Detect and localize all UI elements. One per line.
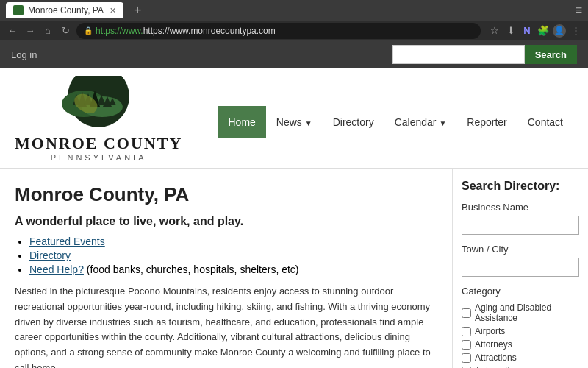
category-attractions-checkbox[interactable] [462, 353, 471, 363]
state-name: PENNSYLVANIA [51, 153, 147, 162]
category-attorneys-checkbox[interactable] [462, 340, 471, 350]
lock-icon: 🔒 [84, 26, 93, 35]
news-dropdown-arrow: ▼ [305, 119, 312, 127]
browser-controls: ← → ⌂ ↻ 🔒 https://www.https://www.monroe… [0, 21, 588, 40]
site-header: MONROE COUNTY PENNSYLVANIA Home News ▼ D… [0, 68, 588, 169]
content-area: Monroe County, PA A wonderful place to l… [0, 169, 452, 368]
description-text: Nestled in the picturesque Pocono Mounta… [15, 284, 437, 368]
quick-links: Featured Events Directory Need Help? (fo… [29, 236, 437, 275]
business-name-label: Business Name [462, 202, 579, 213]
tab-menu-icon[interactable]: ≡ [576, 4, 582, 17]
menu-icon[interactable]: ⋮ [569, 25, 582, 36]
search-input[interactable] [392, 45, 525, 64]
search-button[interactable]: Search [525, 45, 577, 64]
town-city-label: Town / City [462, 244, 579, 255]
browser-chrome: Monroe County, PA ✕ + ≡ ← → ⌂ ↻ 🔒 https:… [0, 0, 588, 40]
login-link[interactable]: Log in [11, 49, 37, 60]
nav-link-directory[interactable]: Directory [323, 106, 384, 138]
featured-events-link[interactable]: Featured Events [29, 236, 105, 247]
tab-close-button[interactable]: ✕ [110, 6, 116, 15]
category-aging: Aging and Disabled Assistance [462, 302, 579, 323]
calendar-dropdown-arrow: ▼ [439, 119, 446, 127]
nav-item-home: Home [218, 106, 265, 138]
url-bar[interactable]: 🔒 https://www.https://www.monroecountypa… [76, 23, 481, 39]
nav-item-reporter: Reporter [456, 106, 517, 138]
browser-extras: ☆ ⬇ N 🧩 👤 ⋮ [488, 24, 582, 38]
extensions-icon[interactable]: 🧩 [537, 25, 550, 36]
logo-area: MONROE COUNTY PENNSYLVANIA [15, 76, 182, 168]
county-name: MONROE COUNTY [15, 134, 182, 153]
url-https: https://www. [96, 26, 143, 36]
logo-image [32, 76, 165, 131]
business-name-input[interactable] [462, 216, 579, 235]
tab-favicon [13, 5, 24, 15]
logo-svg [32, 76, 165, 131]
back-button[interactable]: ← [6, 24, 19, 38]
sidebar-title: Search Directory: [462, 180, 579, 193]
profile-icon[interactable]: N [520, 25, 534, 36]
quick-link-directory: Directory [29, 250, 437, 261]
category-airports: Airports [462, 326, 579, 336]
town-city-input[interactable] [462, 258, 579, 277]
tagline: A wonderful place to live, work, and pla… [15, 215, 437, 228]
url-text: https://www.https://www.monroecountypa.c… [96, 26, 473, 36]
nav-link-contact[interactable]: Contact [517, 106, 573, 138]
quick-link-events: Featured Events [29, 236, 437, 247]
tab-title: Monroe County, PA [28, 5, 104, 15]
account-icon[interactable]: 👤 [553, 24, 566, 38]
category-attractions: Attractions [462, 353, 579, 363]
active-tab[interactable]: Monroe County, PA ✕ [6, 2, 123, 18]
search-area: Search [392, 45, 577, 64]
need-help-suffix: (food banks, churches, hospitals, shelte… [87, 263, 299, 275]
home-button[interactable]: ⌂ [41, 24, 54, 38]
category-attractions-label: Attractions [475, 353, 517, 363]
main-nav: Home News ▼ Directory Calendar ▼ Reporte… [182, 106, 573, 138]
category-airports-checkbox[interactable] [462, 327, 471, 336]
main-layout: Monroe County, PA A wonderful place to l… [0, 169, 588, 368]
quick-link-help: Need Help? (food banks, churches, hospit… [29, 263, 437, 275]
nav-item-news: News ▼ [266, 106, 323, 138]
sidebar: Search Directory: Business Name Town / C… [452, 169, 588, 368]
nav-item-contact: Contact [517, 106, 573, 138]
download-icon[interactable]: ⬇ [504, 25, 517, 36]
page-title: Monroe County, PA [15, 183, 437, 206]
category-attorneys: Attorneys [462, 339, 579, 350]
new-tab-button[interactable]: + [126, 2, 149, 18]
nav-link-news[interactable]: News ▼ [266, 106, 323, 138]
category-aging-label: Aging and Disabled Assistance [475, 302, 579, 323]
nav-item-calendar: Calendar ▼ [384, 106, 457, 138]
need-help-link[interactable]: Need Help? [29, 263, 84, 275]
nav-list: Home News ▼ Directory Calendar ▼ Reporte… [218, 106, 573, 138]
category-attorneys-label: Attorneys [475, 339, 512, 350]
directory-link[interactable]: Directory [29, 250, 71, 261]
nav-link-home[interactable]: Home [218, 106, 265, 138]
refresh-button[interactable]: ↻ [59, 24, 72, 38]
nav-item-directory: Directory [323, 106, 384, 138]
nav-link-reporter[interactable]: Reporter [456, 106, 517, 138]
site-topbar: Log in Search [0, 40, 588, 68]
nav-link-calendar[interactable]: Calendar ▼ [384, 106, 457, 138]
tab-bar: Monroe County, PA ✕ + ≡ [0, 0, 588, 21]
url-domain: https://www.monroecountypa.com [143, 26, 276, 36]
category-aging-checkbox[interactable] [462, 308, 471, 318]
forward-button[interactable]: → [24, 24, 37, 38]
category-airports-label: Airports [475, 326, 505, 336]
category-label: Category [462, 286, 579, 297]
bookmark-icon[interactable]: ☆ [488, 25, 501, 36]
